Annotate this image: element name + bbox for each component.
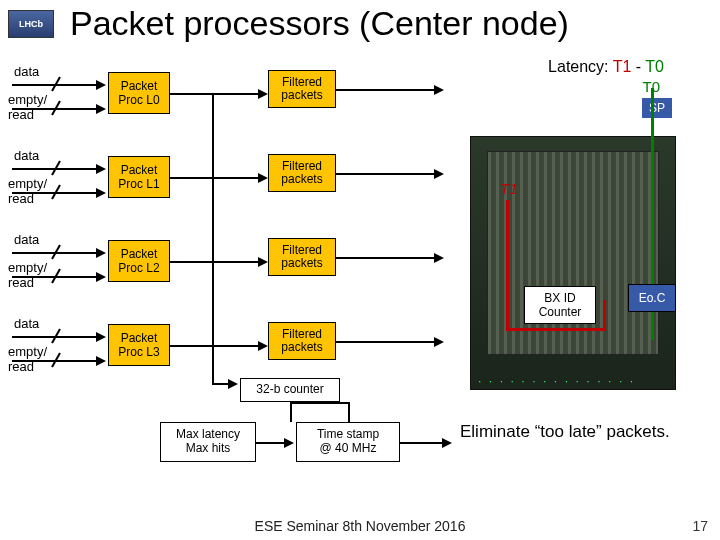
sp-badge: SP bbox=[642, 98, 672, 118]
page-title: Packet processors (Center node) bbox=[70, 4, 569, 43]
t1-red-h bbox=[506, 328, 606, 331]
out-arrow-0 bbox=[434, 85, 444, 95]
bxid-counter: BX ID Counter bbox=[524, 286, 596, 324]
pf-line-0 bbox=[170, 93, 260, 95]
data-label-2: data bbox=[14, 232, 39, 247]
proc-l0: Packet Proc L0 bbox=[108, 72, 170, 114]
data-label-1: data bbox=[14, 148, 39, 163]
ctr-to-ts-h bbox=[290, 402, 348, 404]
data-arrow-2 bbox=[96, 248, 106, 258]
data-arrow-0 bbox=[96, 80, 106, 90]
data-arrow-3 bbox=[96, 332, 106, 342]
filtered-0: Filtered packets bbox=[268, 70, 336, 108]
ctr-to-ts-v bbox=[290, 402, 292, 422]
filtered-3: Filtered packets bbox=[268, 322, 336, 360]
empty-arrow-0 bbox=[96, 104, 106, 114]
out-line-1 bbox=[336, 173, 436, 175]
ts-out-arrow bbox=[442, 438, 452, 448]
empty-label-3: empty/ read bbox=[8, 344, 47, 374]
pf-arrow-2 bbox=[258, 257, 268, 267]
page-number: 17 bbox=[692, 518, 708, 534]
time-stamp: Time stamp @ 40 MHz bbox=[296, 422, 400, 462]
empty-arrow-2 bbox=[96, 272, 106, 282]
pf-line-1 bbox=[170, 177, 260, 179]
eoc-box: Eo.C bbox=[628, 284, 676, 312]
out-line-2 bbox=[336, 257, 436, 259]
latency-minus: - bbox=[631, 58, 645, 75]
lhcb-logo: LHCb bbox=[8, 10, 54, 38]
out-line-0 bbox=[336, 89, 436, 91]
proc-l1: Packet Proc L1 bbox=[108, 156, 170, 198]
data-arrow-1 bbox=[96, 164, 106, 174]
proc-l2: Packet Proc L2 bbox=[108, 240, 170, 282]
data-label-0: data bbox=[14, 64, 39, 79]
ctr-to-ts-v2 bbox=[348, 402, 350, 422]
latency-t1: T1 bbox=[613, 58, 632, 75]
pf-arrow-0 bbox=[258, 89, 268, 99]
pf-arrow-1 bbox=[258, 173, 268, 183]
chip-image: · · · · · · · · · · · · · · · bbox=[470, 136, 676, 390]
down-line-a bbox=[212, 93, 214, 383]
data-label-3: data bbox=[14, 316, 39, 331]
t1-red-v2 bbox=[603, 300, 606, 331]
empty-label-1: empty/ read bbox=[8, 176, 47, 206]
pf-line-2 bbox=[170, 261, 260, 263]
t1-chip-label: T1 bbox=[500, 180, 518, 197]
footer-text: ESE Seminar 8th November 2016 bbox=[0, 518, 720, 534]
latency-label: Latency: T1 - T0 bbox=[548, 58, 664, 76]
empty-label-0: empty/ read bbox=[8, 92, 47, 122]
empty-label-2: empty/ read bbox=[8, 260, 47, 290]
into-ctr-arrow bbox=[228, 379, 238, 389]
empty-arrow-3 bbox=[96, 356, 106, 366]
max-arrow bbox=[284, 438, 294, 448]
max-latency-hits: Max latency Max hits bbox=[160, 422, 256, 462]
out-arrow-1 bbox=[434, 169, 444, 179]
latency-t0: T0 bbox=[645, 58, 664, 75]
out-arrow-3 bbox=[434, 337, 444, 347]
filtered-1: Filtered packets bbox=[268, 154, 336, 192]
diagram-area: data empty/ read Packet Proc L0 Filtered… bbox=[0, 60, 720, 500]
pf-arrow-3 bbox=[258, 341, 268, 351]
chip-silkscreen: · · · · · · · · · · · · · · · bbox=[471, 377, 675, 387]
filtered-2: Filtered packets bbox=[268, 238, 336, 276]
pf-line-3 bbox=[170, 345, 260, 347]
proc-l3: Packet Proc L3 bbox=[108, 324, 170, 366]
max-line bbox=[256, 442, 286, 444]
eliminate-note: Eliminate “too late” packets. bbox=[460, 422, 690, 442]
out-line-3 bbox=[336, 341, 436, 343]
t1-red-v bbox=[506, 200, 509, 330]
counter-32b: 32-b counter bbox=[240, 378, 340, 402]
ts-out-line bbox=[400, 442, 444, 444]
out-arrow-2 bbox=[434, 253, 444, 263]
latency-text: Latency: bbox=[548, 58, 608, 75]
empty-arrow-1 bbox=[96, 188, 106, 198]
